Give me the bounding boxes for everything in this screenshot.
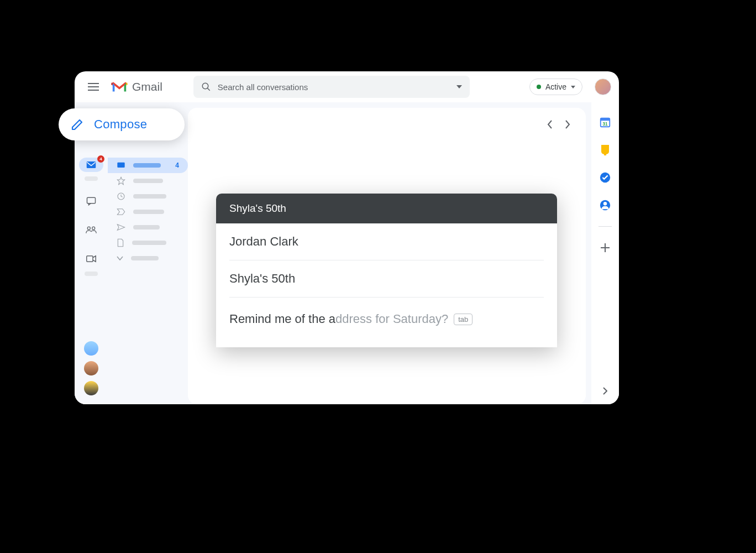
side-panel: 31 bbox=[591, 102, 619, 404]
star-icon bbox=[117, 176, 125, 185]
compose-to-value: Jordan Clark bbox=[229, 234, 298, 248]
svg-point-4 bbox=[92, 227, 95, 229]
rail-label-skeleton bbox=[85, 176, 98, 181]
rail-mail[interactable]: 4 bbox=[79, 158, 103, 172]
status-label: Active bbox=[545, 82, 566, 91]
nav-label-skeleton bbox=[133, 210, 164, 214]
side-addons[interactable] bbox=[599, 241, 612, 254]
search-icon bbox=[201, 82, 211, 92]
mail-icon bbox=[86, 161, 96, 169]
compose-body: Jordan Clark Shyla's 50th Remind me of t… bbox=[216, 223, 557, 347]
nav-important[interactable] bbox=[108, 204, 188, 220]
caret-down-icon bbox=[456, 85, 462, 88]
nav-label-skeleton bbox=[132, 241, 166, 245]
clock-icon bbox=[117, 192, 125, 201]
side-divider bbox=[599, 226, 612, 227]
nav-inbox[interactable]: 4 bbox=[108, 158, 188, 173]
hamburger-icon bbox=[88, 83, 99, 91]
profile-avatar[interactable] bbox=[595, 79, 611, 95]
chat-icon bbox=[86, 196, 96, 206]
contacts-icon bbox=[599, 199, 611, 211]
nav-label-skeleton bbox=[133, 163, 161, 168]
compose-label: Compose bbox=[94, 117, 147, 132]
nav-drafts[interactable] bbox=[108, 235, 188, 251]
svg-point-0 bbox=[202, 83, 208, 89]
plus-icon bbox=[600, 243, 610, 253]
inbox-count: 4 bbox=[175, 161, 179, 169]
app-rail: 4 bbox=[75, 102, 108, 404]
nav-label-skeleton bbox=[133, 179, 163, 183]
nav-snoozed[interactable] bbox=[108, 189, 188, 204]
caret-down-icon bbox=[571, 86, 575, 88]
status-dot-icon bbox=[537, 85, 541, 89]
gmail-logo-wrap[interactable]: Gmail bbox=[111, 80, 162, 93]
people-icon bbox=[86, 226, 97, 234]
compose-typed-text: Remind me of the a bbox=[229, 312, 335, 326]
rail-spaces[interactable] bbox=[83, 222, 99, 238]
svg-rect-5 bbox=[87, 256, 93, 262]
chevron-down-icon bbox=[117, 256, 123, 260]
gmail-logo-icon bbox=[111, 81, 128, 93]
compose-window: Shyla's 50th Jordan Clark Shyla's 50th R… bbox=[216, 194, 557, 347]
rail-meet[interactable] bbox=[83, 251, 99, 267]
side-tasks[interactable] bbox=[599, 171, 612, 184]
nav-starred[interactable] bbox=[108, 173, 188, 189]
side-keep[interactable] bbox=[599, 143, 612, 156]
compose-content-field[interactable]: Remind me of the address for Saturday? t… bbox=[229, 298, 544, 347]
tab-hint-chip: tab bbox=[454, 314, 473, 325]
pencil-icon bbox=[71, 118, 84, 131]
svg-point-14 bbox=[603, 202, 607, 205]
draft-icon bbox=[117, 238, 124, 247]
important-icon bbox=[117, 208, 125, 216]
main-menu-button[interactable] bbox=[82, 76, 104, 98]
chevron-right-icon[interactable] bbox=[565, 120, 570, 129]
status-chip[interactable]: Active bbox=[529, 79, 582, 95]
side-collapse[interactable] bbox=[599, 384, 612, 398]
rail-avatars bbox=[84, 341, 98, 395]
chevron-right-icon bbox=[603, 387, 607, 395]
compose-title: Shyla's 50th bbox=[229, 202, 286, 214]
video-icon bbox=[86, 255, 96, 263]
svg-rect-1 bbox=[87, 161, 96, 168]
side-calendar[interactable]: 31 bbox=[599, 116, 612, 129]
nav-sent[interactable] bbox=[108, 220, 188, 235]
compose-subject-value: Shyla's 50th bbox=[229, 272, 295, 285]
brand-text: Gmail bbox=[132, 80, 162, 93]
rail-chat[interactable] bbox=[83, 193, 99, 210]
nav-label-skeleton bbox=[133, 225, 160, 229]
nav-label-skeleton bbox=[133, 194, 166, 199]
nav-label-skeleton bbox=[131, 256, 159, 260]
rail-contact-avatar[interactable] bbox=[84, 361, 98, 375]
nav-more[interactable] bbox=[108, 251, 188, 266]
chevron-left-icon[interactable] bbox=[547, 120, 553, 129]
compose-to-field[interactable]: Jordan Clark bbox=[229, 223, 544, 260]
svg-text:31: 31 bbox=[602, 122, 608, 127]
compose-subject-field[interactable]: Shyla's 50th bbox=[229, 260, 544, 298]
search-placeholder: Search all conversations bbox=[218, 82, 456, 92]
keep-icon bbox=[600, 144, 611, 156]
svg-rect-6 bbox=[117, 163, 124, 168]
search-bar[interactable]: Search all conversations bbox=[193, 76, 470, 98]
folder-nav: 4 bbox=[108, 102, 188, 404]
calendar-icon: 31 bbox=[599, 116, 611, 128]
compose-title-bar[interactable]: Shyla's 50th bbox=[216, 194, 557, 223]
svg-point-3 bbox=[87, 227, 90, 229]
side-contacts[interactable] bbox=[599, 199, 612, 212]
send-icon bbox=[117, 223, 125, 231]
rail-contact-avatar[interactable] bbox=[84, 381, 98, 395]
inbox-icon bbox=[117, 161, 125, 169]
tasks-icon bbox=[599, 171, 611, 184]
pager bbox=[547, 120, 570, 129]
compose-suggested-text: ddress for Saturday? bbox=[335, 312, 448, 326]
mail-badge: 4 bbox=[97, 155, 104, 163]
header-bar: Gmail Search all conversations Active bbox=[75, 71, 619, 102]
rail-label-skeleton bbox=[85, 272, 98, 276]
rail-contact-avatar[interactable] bbox=[84, 341, 98, 356]
compose-button[interactable]: Compose bbox=[59, 108, 185, 140]
svg-rect-11 bbox=[604, 154, 606, 155]
svg-rect-9 bbox=[601, 118, 610, 121]
svg-rect-2 bbox=[87, 197, 96, 204]
